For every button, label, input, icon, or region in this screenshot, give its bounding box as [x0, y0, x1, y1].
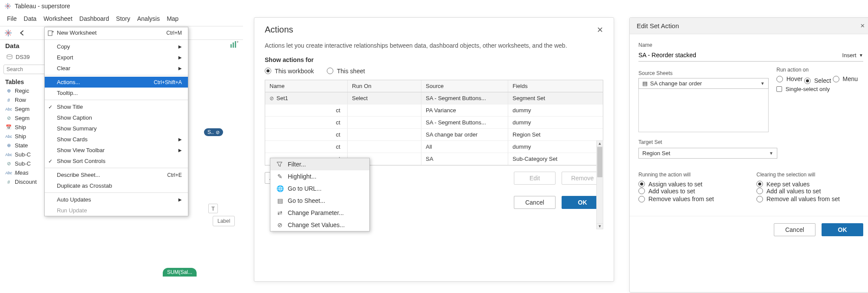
ok-button[interactable]: OK	[822, 223, 863, 236]
add-set-values[interactable]: ⊘Change Set Values...	[270, 219, 369, 231]
caret-down-icon: ▼	[769, 151, 773, 156]
source-sheet-list[interactable]	[638, 89, 769, 132]
pill-segment[interactable]: S.. ⊘	[204, 128, 223, 136]
menu-run-update[interactable]: Run Update	[45, 205, 188, 216]
clearing-removeall[interactable]: Remove all values from set	[756, 195, 840, 202]
menu-auto-updates[interactable]: Auto Updates▶	[45, 194, 188, 205]
menu-show-summary[interactable]: Show Summary	[45, 123, 188, 134]
menu-file[interactable]: File	[4, 14, 20, 23]
menu-show-sort-controls[interactable]: ✓Show Sort Controls	[45, 156, 188, 166]
highlight-icon: ✎	[276, 173, 283, 180]
table-row[interactable]: ct PA Variance dummy	[265, 104, 603, 117]
submenu-arrow-icon: ▶	[178, 137, 182, 142]
scroll-thumb[interactable]	[597, 147, 602, 177]
menu-copy[interactable]: Copy▶	[45, 41, 188, 52]
actions-description: Actions let you create interactive relat…	[254, 37, 614, 52]
menu-tooltip[interactable]: Tooltip...	[45, 88, 188, 98]
actions-scrollbar[interactable]: ▲ ▼	[596, 140, 603, 229]
tableau-logo-icon	[4, 3, 11, 10]
menu-analysis[interactable]: Analysis	[135, 14, 162, 23]
menu-data[interactable]: Data	[21, 14, 39, 23]
submenu-arrow-icon: ▶	[178, 66, 182, 71]
clearing-keep[interactable]: Keep set values	[756, 181, 810, 188]
add-highlight[interactable]: ✎Highlight...	[270, 170, 369, 182]
svg-text:+: +	[237, 40, 239, 44]
menu-show-cards[interactable]: Show Cards▶	[45, 134, 188, 145]
check-icon: ✓	[48, 158, 53, 164]
back-arrow-icon[interactable]	[17, 28, 27, 38]
add-url[interactable]: 🌐Go to URL...	[270, 182, 369, 195]
menu-show-title[interactable]: ✓Show Title	[45, 101, 188, 112]
target-set-combo[interactable]: Region Set ▼	[638, 148, 777, 159]
table-row[interactable]: ct SA - Segment Buttons... dummy	[265, 117, 603, 129]
col-source[interactable]: Source	[421, 80, 508, 92]
search-input[interactable]	[3, 65, 47, 74]
running-remove[interactable]: Remove values from set	[638, 195, 714, 202]
action-name-input[interactable]	[638, 52, 838, 59]
menu-worksheet[interactable]: Worksheet	[41, 14, 75, 23]
submenu-arrow-icon: ▶	[178, 44, 182, 49]
menu-story[interactable]: Story	[113, 14, 133, 23]
add-filter[interactable]: Filter...	[270, 158, 369, 170]
menu-dashboard[interactable]: Dashboard	[77, 14, 112, 23]
tableau-main-window: Tableau - superstore File Data Worksheet…	[0, 0, 243, 293]
cancel-button[interactable]: Cancel	[514, 196, 556, 209]
menu-new-worksheet[interactable]: New WorksheetCtrl+M	[45, 27, 188, 38]
tableau-logo-small-icon[interactable]	[3, 28, 13, 38]
cancel-button[interactable]: Cancel	[774, 223, 815, 236]
radio-this-sheet[interactable]: This sheet	[327, 68, 365, 75]
table-row[interactable]: ⊘Set1 Select SA - Segment Buttons... Seg…	[265, 92, 603, 104]
table-row[interactable]: ct All dummy	[265, 141, 603, 153]
menu-describe-sheet[interactable]: Describe Sheet...Ctrl+E	[45, 169, 188, 180]
svg-point-12	[7, 54, 12, 56]
table-row[interactable]: ct SA change bar order Region Set	[265, 129, 603, 141]
insert-dropdown[interactable]: Insert ▼	[842, 52, 863, 59]
svg-rect-13	[48, 31, 52, 36]
title-bar: Tableau - superstore	[0, 0, 243, 12]
label-shelf[interactable]: Label	[213, 216, 235, 226]
col-fields[interactable]: Fields	[508, 80, 591, 92]
globe-icon: ⊕	[5, 143, 12, 148]
add-action-menu: Filter... ✎Highlight... 🌐Go to URL... ▤G…	[270, 158, 370, 231]
menu-duplicate-crosstab[interactable]: Duplicate as Crosstab	[45, 180, 188, 191]
col-run[interactable]: Run On	[348, 80, 421, 92]
clearing-addall[interactable]: Add all values to set	[756, 188, 821, 195]
menu-clear[interactable]: Clear▶	[45, 63, 188, 74]
radio-this-workbook[interactable]: This workbook	[265, 68, 314, 75]
actions-table: Name Run On Source Fields ⊘Set1 Select S…	[265, 80, 603, 166]
source-sheet-combo[interactable]: ▤ SA change bar order ▼	[638, 78, 769, 89]
add-parameter[interactable]: ⇄Change Parameter...	[270, 207, 369, 219]
menu-show-caption[interactable]: Show Caption	[45, 112, 188, 123]
run-on-select[interactable]: Select	[804, 77, 831, 84]
run-on-menu[interactable]: Menu	[833, 75, 858, 82]
sum-pill[interactable]: SUM(Sal...	[163, 268, 197, 277]
label-text-icon[interactable]: T	[208, 204, 218, 213]
menu-bar: File Data Worksheet Dashboard Story Anal…	[0, 12, 243, 26]
menu-show-view-toolbar[interactable]: Show View Toolbar▶	[45, 145, 188, 156]
menu-export[interactable]: Export▶	[45, 52, 188, 63]
scroll-down-icon[interactable]: ▼	[597, 223, 603, 229]
close-icon[interactable]: ✕	[597, 25, 603, 35]
add-sheet[interactable]: ▤Go to Sheet...	[270, 195, 369, 207]
menu-separator	[45, 75, 188, 75]
run-on-hover[interactable]: Hover	[776, 75, 802, 82]
sheet-icon: ▤	[276, 197, 283, 204]
menu-separator	[45, 168, 188, 168]
set-pill-icon: ⊘	[216, 130, 220, 135]
abc-icon: Abc	[5, 153, 12, 157]
running-add[interactable]: Add values to set	[638, 188, 695, 195]
single-select-checkbox[interactable]: Single-select only	[776, 86, 863, 92]
running-assign[interactable]: Assign values to set	[638, 181, 703, 188]
show-me-chart-icon[interactable]: +	[229, 40, 239, 49]
menu-map[interactable]: Map	[164, 14, 181, 23]
col-name[interactable]: Name	[265, 80, 348, 92]
close-icon[interactable]: ✕	[860, 23, 865, 29]
scroll-up-icon[interactable]: ▲	[597, 141, 603, 146]
svg-rect-9	[233, 42, 234, 48]
caret-down-icon: ▼	[859, 53, 863, 58]
abc-icon: Abc	[5, 107, 12, 111]
menu-actions[interactable]: Actions...Ctrl+Shift+A	[45, 77, 188, 88]
actions-dialog-title: Actions	[265, 25, 293, 35]
edit-button[interactable]: Edit	[514, 172, 556, 185]
svg-rect-8	[230, 44, 232, 48]
